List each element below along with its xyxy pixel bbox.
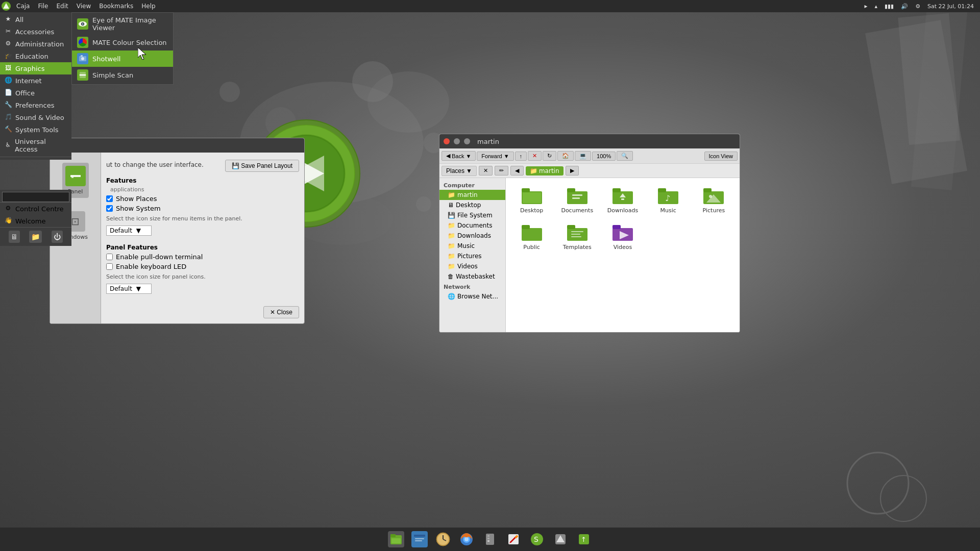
menu-item-administration[interactable]: ⚙ Administration: [0, 38, 71, 50]
icon-view-button[interactable]: Icon View: [704, 152, 738, 161]
network-section-header: Network: [439, 282, 505, 291]
path-back-button[interactable]: ◀: [510, 166, 524, 176]
show-system-checkbox[interactable]: [106, 205, 113, 212]
taskbar-caja[interactable]: [385, 529, 407, 550]
sidebar-item-desktop[interactable]: 🖥 Desktop: [439, 200, 505, 210]
enable-pulldown-checkbox[interactable]: [106, 254, 113, 260]
sidebar-item-pictures[interactable]: 📁 Pictures: [439, 251, 505, 261]
file-item-music[interactable]: ♪ Music: [647, 182, 690, 217]
menu-item-office[interactable]: 📄 Office: [0, 87, 71, 99]
svg-point-12: [847, 453, 909, 514]
places-dropdown-button[interactable]: Places ▼: [442, 166, 477, 176]
desktop-folder-icon: 🖥: [448, 202, 454, 209]
svg-rect-67: [414, 535, 425, 537]
up-button[interactable]: ↑: [515, 152, 527, 161]
file-item-documents[interactable]: Documents: [555, 182, 599, 217]
submenu-item-simplescan[interactable]: Simple Scan: [72, 67, 173, 83]
reload-button[interactable]: ↻: [543, 151, 556, 161]
sidebar-item-wastebasket[interactable]: 🗑 Wastebasket: [439, 271, 505, 282]
panel-icon-size-dropdown[interactable]: Default ▼: [106, 284, 152, 294]
sidebar-item-videos[interactable]: 📁 Videos: [439, 261, 505, 271]
panel-prefs-close-btn[interactable]: ✕ Close: [263, 306, 299, 318]
show-system-row: Show System: [106, 205, 299, 212]
icon-size-dropdown[interactable]: Default ▼: [106, 226, 152, 236]
file-manager-max-button[interactable]: [464, 138, 470, 144]
sidebar-item-browsenet[interactable]: 🌐 Browse Net...: [439, 291, 505, 302]
submenu-item-colour[interactable]: MATE Colour Selection: [72, 34, 173, 51]
edit-path-button[interactable]: ✏: [495, 166, 508, 176]
svg-rect-80: [487, 540, 489, 542]
path-forward-button[interactable]: ▶: [566, 166, 579, 176]
settings-status[interactable]: ⚙: [913, 0, 922, 12]
taskbar-mintinstall[interactable]: [550, 529, 571, 550]
save-panel-layout-button[interactable]: 💾 Save Panel Layout: [225, 160, 299, 172]
places-bar: Places ▼ ✕ ✏ ◀ 📁 martin ▶: [439, 164, 740, 178]
taskbar-filemanager[interactable]: [409, 529, 430, 550]
file-item-public[interactable]: Public: [510, 219, 553, 254]
enable-keyboard-checkbox[interactable]: [106, 263, 113, 270]
videos-file-icon: [610, 222, 635, 242]
forward-button[interactable]: Forward ▼: [477, 152, 513, 161]
file-manager-close-button[interactable]: [444, 138, 450, 144]
file-item-pictures[interactable]: Pictures: [692, 182, 736, 217]
file-manager-button[interactable]: 📁: [29, 231, 42, 243]
taskbar-archiver[interactable]: [479, 529, 501, 550]
file-item-videos[interactable]: Videos: [601, 219, 644, 254]
back-button[interactable]: ◀ Back ▼: [442, 151, 476, 161]
taskbar-software[interactable]: S: [526, 529, 548, 550]
menu-item-universalaccess[interactable]: ♿ Universal Access: [0, 136, 71, 155]
sidebar-item-martin[interactable]: 📁 martin: [439, 190, 505, 200]
app-menu: ★ All ✂ Accessories ⚙ Administration 🎓 E…: [0, 12, 71, 160]
svg-point-76: [464, 537, 469, 541]
mate-menu-button[interactable]: [0, 0, 12, 12]
menu-item-accessories[interactable]: ✂ Accessories: [0, 26, 71, 38]
battery-status[interactable]: ▮▮▮: [883, 0, 896, 12]
sidebar-item-documents[interactable]: 📁 Documents: [439, 220, 505, 231]
menu-item-graphics[interactable]: 🖼 Graphics: [0, 62, 71, 74]
lock-screen-button[interactable]: 🖥: [9, 231, 20, 243]
submenu-item-eye[interactable]: Eye of MATE Image Viewer: [72, 14, 173, 34]
menu-item-all[interactable]: ★ All: [0, 13, 71, 26]
bluetooth-status[interactable]: ▸: [862, 0, 869, 12]
sidebar-item-music[interactable]: 📁 Music: [439, 241, 505, 251]
menu-item-soundvideo[interactable]: 🎵 Sound & Video: [0, 111, 71, 123]
menu-bookmarks[interactable]: Bookmarks: [95, 0, 137, 12]
home-button[interactable]: 🏠: [557, 151, 574, 161]
menu-item-welcome[interactable]: 👋 Welcome: [0, 215, 71, 227]
taskbar-firefox[interactable]: [456, 529, 477, 550]
menu-item-preferences[interactable]: 🔧 Preferences: [0, 99, 71, 111]
places-clear-button[interactable]: ✕: [479, 166, 493, 176]
menu-item-education[interactable]: 🎓 Education: [0, 50, 71, 62]
shutdown-button[interactable]: ⏻: [52, 231, 63, 243]
menu-item-controlcentre[interactable]: ⚙ Control Centre: [0, 202, 71, 215]
menu-edit[interactable]: Edit: [53, 0, 72, 12]
menu-item-internet[interactable]: 🌐 Internet: [0, 74, 71, 87]
file-item-downloads[interactable]: Downloads: [601, 182, 644, 217]
sidebar-item-downloads[interactable]: 📁 Downloads: [439, 231, 505, 241]
current-path-breadcrumb[interactable]: 📁 martin: [526, 166, 564, 176]
menu-file[interactable]: File: [34, 0, 52, 12]
taskbar-clock[interactable]: [432, 529, 454, 550]
stop-button[interactable]: ✕: [528, 151, 542, 161]
menu-caja[interactable]: Caja: [12, 0, 34, 12]
file-manager-min-button[interactable]: [454, 138, 460, 144]
taskbar-draw[interactable]: [503, 529, 524, 550]
zoom-button[interactable]: 100%: [592, 152, 616, 161]
volume-status[interactable]: 🔊: [899, 0, 910, 12]
file-item-templates[interactable]: Templates: [555, 219, 599, 254]
file-item-desktop[interactable]: Desktop: [510, 182, 553, 217]
welcome-icon: 👋: [4, 217, 12, 225]
taskbar-mintupdate[interactable]: ↑: [573, 529, 595, 550]
menu-view[interactable]: View: [72, 0, 95, 12]
show-places-checkbox[interactable]: [106, 195, 113, 202]
submenu-item-shotwell[interactable]: Shotwell: [72, 51, 173, 67]
search-input[interactable]: [2, 192, 69, 202]
wifi-status[interactable]: ▴: [872, 0, 879, 12]
computer-button[interactable]: 💻: [575, 151, 591, 161]
sidebar-item-filesystem[interactable]: 💾 File System: [439, 210, 505, 220]
pictures-folder-icon: 📁: [448, 253, 455, 260]
menu-help[interactable]: Help: [137, 0, 159, 12]
panel-left: Caja File Edit View Bookmarks Help: [0, 0, 160, 12]
menu-item-systemtools[interactable]: 🔨 System Tools: [0, 123, 71, 136]
zoom-in-button[interactable]: 🔍: [617, 151, 633, 161]
